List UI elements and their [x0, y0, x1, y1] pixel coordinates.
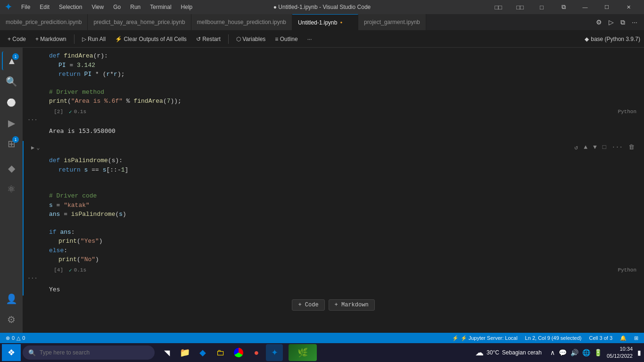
run-below-icon[interactable]: ▼: [591, 143, 599, 152]
menu-view[interactable]: View: [88, 3, 107, 11]
menu-edit[interactable]: Edit: [36, 3, 53, 11]
variables-button[interactable]: ⬡ Variables: [232, 34, 269, 44]
taskbar-search-input[interactable]: [40, 349, 134, 356]
menu-help[interactable]: Help: [177, 3, 197, 11]
delete-cell-icon[interactable]: 🗑: [627, 143, 636, 152]
tray-chevron-icon[interactable]: ∧: [549, 348, 556, 357]
menu-selection[interactable]: Selection: [55, 3, 86, 11]
sidebar-item-jupyter[interactable]: ◆: [2, 159, 21, 178]
output-dots-1: ···: [24, 116, 644, 124]
file-explorer-taskbar-btn[interactable]: 📁: [176, 344, 193, 361]
edge-btn[interactable]: ◆: [194, 344, 211, 361]
restart-button[interactable]: ↺ Restart: [192, 34, 224, 44]
network-icon[interactable]: 🌐: [581, 348, 591, 357]
sidebar-item-search[interactable]: 🔍: [2, 72, 21, 91]
vscode-taskbar-btn[interactable]: ✦: [266, 344, 283, 361]
sidebar-item-debug[interactable]: ▶: [2, 114, 21, 132]
more-actions-icon[interactable]: ···: [630, 17, 639, 27]
chrome-btn[interactable]: [230, 344, 247, 361]
code-line: if ans:: [49, 228, 644, 237]
chrome-2-btn[interactable]: ●: [248, 344, 265, 361]
tab-bay-area[interactable]: predict_bay_area_home_price.ipynb: [88, 14, 191, 30]
folder-btn[interactable]: 🗀: [212, 344, 229, 361]
tab-label: Untitled-1.ipynb: [298, 19, 337, 26]
panel-btn[interactable]: □: [531, 0, 553, 14]
start-button[interactable]: ❖: [2, 344, 21, 361]
warning-icon: △: [17, 335, 20, 341]
customize-btn[interactable]: ⧉: [553, 0, 574, 14]
add-cell-bar: + Code + Markdown: [23, 296, 644, 314]
editor-area[interactable]: def findArea(r): PI = 3.142 return PI * …: [23, 48, 644, 333]
show-desktop-icon[interactable]: ▮: [636, 348, 642, 357]
chat-icon[interactable]: 💬: [558, 348, 568, 357]
more-cell-actions-icon[interactable]: ···: [610, 143, 625, 152]
status-errors[interactable]: ⊗ 0 △ 0: [4, 335, 27, 341]
clock[interactable]: 10:34 05/12/2022: [607, 346, 633, 360]
run-above-icon[interactable]: ▲: [582, 143, 589, 152]
split-editor-icon[interactable]: ⧉: [619, 17, 627, 27]
menu-terminal[interactable]: Terminal: [146, 3, 175, 11]
jupyter-server-status[interactable]: ⚡ ⚡ Jupyter Server: Local: [450, 335, 520, 341]
sidebar-item-source-control[interactable]: ⚪: [2, 93, 21, 112]
sidebar-item-account[interactable]: 👤: [2, 289, 21, 308]
status-lang-2: Python: [618, 267, 636, 273]
window-controls: □□ □□ □ ⧉ — ☐ ✕: [487, 0, 639, 14]
settings-icon[interactable]: ⚙: [594, 17, 604, 27]
statusbar-right: ⚡ ⚡ Jupyter Server: Local Ln 2, Col 9 (4…: [450, 335, 640, 341]
tab-melbourne[interactable]: mellbourne_house_prediction.ipynb: [191, 14, 292, 30]
sidebar-item-settings[interactable]: ⚙: [2, 310, 21, 329]
restart-cell-icon[interactable]: ↺: [572, 143, 580, 152]
volume-icon[interactable]: 🔊: [570, 348, 579, 357]
code-line: # Driver method: [49, 88, 644, 97]
debug-icon: ▶: [8, 117, 15, 129]
run-chevron-icon[interactable]: ▶: [31, 144, 34, 151]
toggle-output-icon[interactable]: □: [601, 143, 608, 152]
notification-btn[interactable]: 🔔: [618, 335, 628, 341]
add-markdown-button[interactable]: + Markdown: [32, 34, 70, 44]
code-cell-1: def findArea(r): PI = 3.142 return PI * …: [23, 49, 644, 137]
tab-label: mobile_price_predicition.ipynb: [6, 19, 82, 25]
layout-status-btn[interactable]: ⊞: [632, 335, 640, 341]
tab-label: predict_bay_area_home_price.ipynb: [93, 19, 185, 25]
add-code-button[interactable]: + Code: [4, 34, 30, 44]
more-button[interactable]: ···: [304, 34, 316, 44]
task-view-btn[interactable]: ◥: [158, 344, 175, 361]
layout-btn[interactable]: □□: [487, 0, 509, 14]
clear-outputs-button[interactable]: ⚡ Clear Outputs of All Cells: [111, 34, 190, 44]
minimize-btn[interactable]: —: [574, 0, 596, 14]
maximize-btn[interactable]: ☐: [596, 0, 618, 14]
run-arrow-icon[interactable]: ⌄: [36, 144, 40, 151]
tab-untitled[interactable]: Untitled-1.ipynb ●: [292, 14, 358, 30]
cell-num-1: [2]: [49, 109, 63, 115]
code-line: # Driver code: [49, 191, 644, 201]
menu-go[interactable]: Go: [109, 3, 124, 11]
cell-code-1[interactable]: def findArea(r): PI = 3.142 return PI * …: [24, 49, 644, 108]
sidebar-item-explorer[interactable]: ▲ 1: [2, 51, 21, 70]
run-notebook-icon[interactable]: ▷: [607, 17, 616, 27]
add-code-cell-button[interactable]: + Code: [292, 299, 324, 311]
tab-garment[interactable]: project_garment.ipynb: [358, 14, 426, 30]
code-line: print("No"): [49, 255, 644, 264]
sidebar-item-extensions[interactable]: ⊞ 1: [2, 134, 21, 153]
cursor-position[interactable]: Ln 2, Col 9 (49 selected): [523, 335, 584, 341]
close-btn[interactable]: ✕: [618, 0, 639, 14]
jupyter-icon: ⚡: [452, 335, 459, 341]
status-time-2: 0.1s: [74, 267, 86, 273]
python-env-label[interactable]: ◆ base (Python 3.9.7): [585, 36, 640, 42]
run-all-button[interactable]: ▷ Run All: [78, 34, 109, 44]
cell-divider: [23, 137, 644, 141]
cell-code-2[interactable]: def isPalindrome(s): return s == s[::-1]…: [24, 154, 644, 266]
add-markdown-cell-button[interactable]: + Markdown: [329, 299, 375, 311]
tab-mobile-price[interactable]: mobile_price_predicition.ipynb: [0, 14, 88, 30]
menu-file[interactable]: File: [17, 3, 34, 11]
position-label: Ln 2, Col 9 (49 selected): [525, 335, 582, 341]
sidebar-btn[interactable]: □□: [509, 0, 531, 14]
sidebar-item-testing[interactable]: ⚛: [2, 180, 21, 198]
weather-widget[interactable]: ☁ 30°C Sebagian cerah: [471, 347, 545, 358]
menu-run[interactable]: Run: [126, 3, 144, 11]
outline-button[interactable]: ≡ Outline: [271, 34, 301, 44]
battery-icon[interactable]: 🔋: [593, 348, 603, 357]
cell-info[interactable]: Cell 3 of 3: [587, 335, 614, 341]
taskbar-search-box[interactable]: 🔍: [23, 346, 155, 360]
weather-temp: 30°C: [487, 349, 499, 356]
